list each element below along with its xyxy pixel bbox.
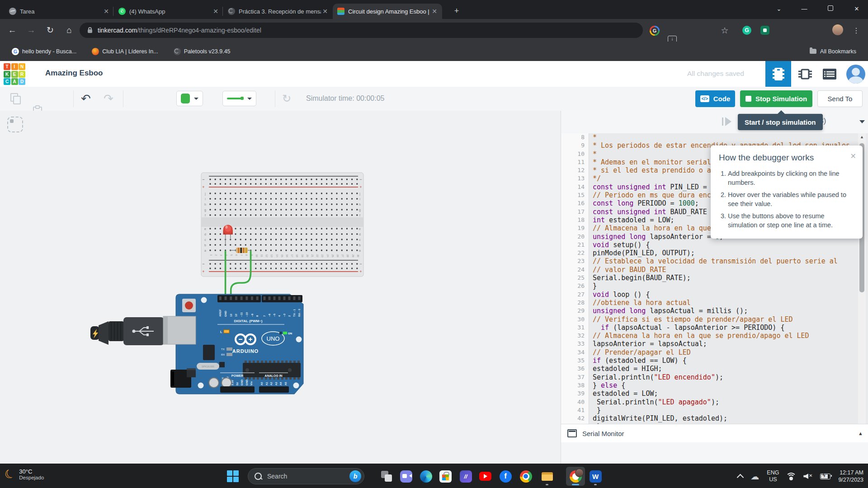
forward-icon[interactable]: → <box>24 23 39 38</box>
line-number[interactable]: 17 <box>561 208 589 216</box>
line-number[interactable]: 23 <box>561 257 589 265</box>
component-list-button[interactable] <box>816 61 842 87</box>
home-icon[interactable]: ⌂ <box>61 23 77 38</box>
line-number[interactable]: 15 <box>561 191 589 199</box>
battery-icon[interactable]: ϟ <box>820 474 830 479</box>
back-icon[interactable]: ← <box>5 23 20 38</box>
line-number[interactable]: 40 <box>561 398 589 406</box>
browser-tab[interactable]: Tarea✕ <box>5 4 114 19</box>
reload-icon[interactable]: ↻ <box>42 23 58 38</box>
tray-chevron-icon[interactable] <box>737 474 744 481</box>
line-number[interactable]: 19 <box>561 224 589 232</box>
color-picker[interactable] <box>176 91 203 106</box>
all-bookmarks-button[interactable]: All Bookmarks <box>810 48 856 55</box>
url-bar[interactable]: tinkercad.com /things/dReRP4nego4-amazin… <box>80 23 643 38</box>
line-number[interactable]: 14 <box>561 183 589 191</box>
line-number[interactable]: 8 <box>561 133 589 141</box>
clock[interactable]: 12:17 AM9/27/2023 <box>838 469 863 483</box>
line-number[interactable]: 25 <box>561 274 589 282</box>
taskbar-app-youtube[interactable] <box>476 467 495 486</box>
line-number[interactable]: 41 <box>561 406 589 414</box>
schematic-view-button[interactable] <box>792 61 818 87</box>
browser-tab[interactable]: Circuit design Amazing Esboo | Tinkercad… <box>333 4 442 19</box>
start-button[interactable] <box>226 469 240 483</box>
line-number[interactable]: 24 <box>561 266 589 274</box>
browser-tab[interactable]: Práctica 3. Recepción de mensaje✕ <box>223 4 333 19</box>
taskbar-app-file-explorer[interactable] <box>538 467 557 486</box>
line-number[interactable]: 35 <box>561 357 589 365</box>
components-panel-toggle[interactable] <box>7 117 23 132</box>
line-number[interactable]: 22 <box>561 249 589 257</box>
line-number[interactable]: 36 <box>561 365 589 373</box>
tab-close-icon[interactable]: ✕ <box>321 8 329 15</box>
line-number[interactable]: 29 <box>561 307 589 315</box>
onedrive-icon[interactable]: ☁ <box>750 471 759 482</box>
wifi-icon[interactable] <box>787 473 796 480</box>
profile-avatar[interactable] <box>832 24 843 35</box>
scroll-up-icon[interactable]: ▲ <box>858 135 866 139</box>
line-number[interactable]: 38 <box>561 381 589 389</box>
line-number[interactable]: 32 <box>561 332 589 340</box>
wire-style-picker[interactable] <box>222 91 256 106</box>
line-number[interactable]: 18 <box>561 216 589 224</box>
stop-simulation-button[interactable]: Stop Simulation <box>740 90 812 107</box>
collapse-icon[interactable]: ▲ <box>858 431 863 436</box>
line-number[interactable]: 11 <box>561 158 589 166</box>
line-number[interactable]: 26 <box>561 282 589 290</box>
bookmark-item[interactable]: Ghello bendy - Busca... <box>8 46 80 57</box>
taskbar-app-store[interactable] <box>436 467 455 486</box>
taskbar-app-chat[interactable] <box>396 467 415 486</box>
circuit-canvas[interactable]: jjiihhggffeeddccbbaa12345678910111213141… <box>0 111 561 464</box>
line-number[interactable]: 37 <box>561 373 589 381</box>
weather-widget[interactable]: ☾ 30°C Despejado <box>5 467 44 481</box>
window-minimize-button[interactable]: — <box>794 0 815 18</box>
design-title[interactable]: Amazing Esboo <box>45 69 103 78</box>
line-number[interactable]: 28 <box>561 299 589 307</box>
code-button[interactable]: </> Code <box>695 90 735 107</box>
volume-muted-icon[interactable] <box>803 473 812 479</box>
grammarly-extension-icon[interactable]: G <box>742 26 751 35</box>
tab-search-icon[interactable]: ⌄ <box>769 0 789 18</box>
window-close-button[interactable]: ✕ <box>846 0 867 18</box>
tinkercad-logo[interactable]: TINKERCAD <box>4 63 25 85</box>
user-avatar[interactable] <box>846 65 865 84</box>
line-number[interactable]: 10 <box>561 150 589 158</box>
line-number[interactable]: 21 <box>561 241 589 249</box>
taskbar-app-task-view[interactable] <box>377 467 396 486</box>
arduino-uno[interactable]: AREFGND1312~11~10~987~6~54~32TX→1RX←0IOR… <box>163 294 303 394</box>
taskbar-app-chrome[interactable] <box>516 467 535 486</box>
line-number[interactable]: 31 <box>561 324 589 332</box>
taskbar-app-chrome-profile[interactable] <box>566 467 585 486</box>
taskbar-app-edge[interactable] <box>416 467 435 486</box>
copy-icon[interactable] <box>10 93 23 105</box>
serial-monitor-bar[interactable]: Serial Monitor ▲ <box>561 424 868 442</box>
line-number[interactable]: 33 <box>561 340 589 348</box>
line-number[interactable]: 30 <box>561 315 589 324</box>
undo-icon[interactable]: ↶ <box>80 93 92 105</box>
new-tab-button[interactable]: + <box>451 6 462 17</box>
browser-tab[interactable]: (4) WhatsApp✕ <box>114 4 223 19</box>
step-icon[interactable] <box>722 117 732 126</box>
send-to-button[interactable]: Send To <box>817 90 863 107</box>
line-number[interactable]: 9 <box>561 141 589 150</box>
taskbar-app-word[interactable]: W <box>586 467 605 486</box>
tab-close-icon[interactable]: ✕ <box>430 8 439 15</box>
close-icon[interactable]: ✕ <box>850 152 856 160</box>
tab-close-icon[interactable]: ✕ <box>102 8 110 15</box>
google-account-icon[interactable] <box>650 26 660 36</box>
line-number[interactable]: 20 <box>561 233 589 241</box>
line-number[interactable]: 13 <box>561 174 589 183</box>
redo-icon[interactable]: ↷ <box>102 93 115 105</box>
breadboard-view-button[interactable] <box>765 61 791 87</box>
line-number[interactable]: 34 <box>561 348 589 357</box>
tab-close-icon[interactable]: ✕ <box>212 8 220 15</box>
line-number[interactable]: 27 <box>561 291 589 299</box>
usb-cable[interactable] <box>90 317 164 345</box>
taskbar-search[interactable]: Search b <box>248 468 364 484</box>
extension-icon-green[interactable] <box>760 26 769 35</box>
taskbar-app-clipchamp[interactable]: // <box>456 467 475 486</box>
window-maximize-button[interactable] <box>820 0 841 18</box>
menu-kebab-icon[interactable]: ⋮ <box>851 26 861 36</box>
language-indicator[interactable]: ENGUS <box>767 469 779 483</box>
rotate-icon[interactable]: ↻ <box>280 93 293 105</box>
